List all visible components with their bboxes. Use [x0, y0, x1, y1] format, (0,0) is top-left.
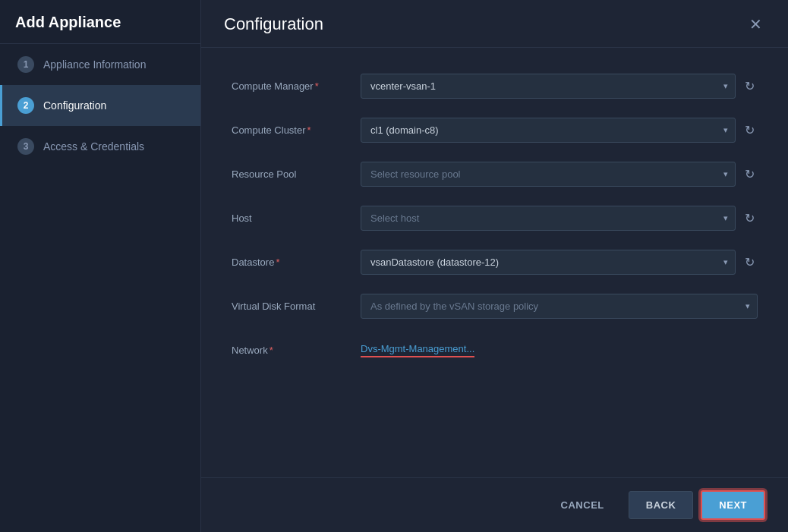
sidebar-item-appliance-information[interactable]: 1 Appliance Information: [0, 44, 200, 85]
compute-manager-select-wrapper: vcenter-vsan-1 ▾: [361, 74, 736, 99]
sidebar-item-label-2: Configuration: [43, 99, 106, 112]
host-control: Select host ▾ ↻: [361, 206, 758, 231]
virtual-disk-format-row: Virtual Disk Format As defined by the vS…: [232, 291, 758, 321]
network-link[interactable]: Dvs-Mgmt-Management...: [361, 343, 474, 357]
host-select-wrapper: Select host ▾: [361, 206, 736, 231]
datastore-row: Datastore* vsanDatastore (datastore-12) …: [232, 247, 758, 277]
host-row: Host Select host ▾ ↻: [232, 203, 758, 233]
compute-manager-select[interactable]: vcenter-vsan-1: [361, 74, 736, 99]
sidebar-item-configuration[interactable]: 2 Configuration: [0, 85, 200, 126]
host-label: Host: [232, 212, 361, 224]
compute-cluster-select-wrapper: cl1 (domain-c8) ▾: [361, 118, 736, 143]
resource-pool-row: Resource Pool Select resource pool ▾ ↻: [232, 159, 758, 189]
virtual-disk-format-select[interactable]: As defined by the vSAN storage policy: [361, 294, 758, 319]
sidebar-title: Add Appliance: [0, 0, 200, 44]
virtual-disk-format-label: Virtual Disk Format: [232, 301, 361, 312]
compute-cluster-row: Compute Cluster* cl1 (domain-c8) ▾ ↻: [232, 115, 758, 145]
datastore-control: vsanDatastore (datastore-12) ▾ ↻: [361, 250, 758, 275]
compute-manager-label: Compute Manager*: [232, 80, 361, 92]
modal-footer: CANCEL BACK NEXT: [201, 477, 788, 532]
host-refresh-button[interactable]: ↻: [742, 208, 758, 228]
datastore-refresh-button[interactable]: ↻: [742, 252, 758, 272]
virtual-disk-format-control: As defined by the vSAN storage policy ▾: [361, 294, 758, 319]
cancel-button[interactable]: CANCEL: [544, 492, 621, 518]
host-select[interactable]: Select host: [361, 206, 736, 231]
compute-cluster-label: Compute Cluster*: [232, 124, 361, 136]
network-row: Network* Dvs-Mgmt-Management...: [232, 335, 758, 365]
next-button[interactable]: NEXT: [701, 490, 765, 520]
sidebar: Add Appliance 1 Appliance Information 2 …: [0, 0, 201, 532]
network-control: Dvs-Mgmt-Management...: [361, 343, 758, 357]
resource-pool-control: Select resource pool ▾ ↻: [361, 162, 758, 187]
compute-cluster-refresh-button[interactable]: ↻: [742, 120, 758, 140]
resource-pool-select[interactable]: Select resource pool: [361, 162, 736, 187]
compute-manager-row: Compute Manager* vcenter-vsan-1 ▾ ↻: [232, 71, 758, 101]
page-title: Configuration: [224, 14, 323, 34]
add-appliance-modal: Add Appliance 1 Appliance Information 2 …: [0, 0, 788, 532]
compute-manager-refresh-button[interactable]: ↻: [742, 76, 758, 96]
datastore-select-wrapper: vsanDatastore (datastore-12) ▾: [361, 250, 736, 275]
step-number-3: 3: [17, 138, 34, 155]
back-button[interactable]: BACK: [629, 491, 694, 519]
datastore-label: Datastore*: [232, 257, 361, 268]
compute-cluster-select[interactable]: cl1 (domain-c8): [361, 118, 736, 143]
resource-pool-select-wrapper: Select resource pool ▾: [361, 162, 736, 187]
form-area: Compute Manager* vcenter-vsan-1 ▾ ↻: [201, 48, 788, 477]
modal-body: Add Appliance 1 Appliance Information 2 …: [0, 0, 788, 532]
compute-cluster-control: cl1 (domain-c8) ▾ ↻: [361, 118, 758, 143]
resource-pool-refresh-button[interactable]: ↻: [742, 164, 758, 184]
step-number-2: 2: [17, 97, 34, 114]
virtual-disk-format-select-wrapper: As defined by the vSAN storage policy ▾: [361, 294, 758, 319]
main-header: Configuration ✕: [201, 0, 788, 48]
network-label: Network*: [232, 345, 361, 356]
compute-manager-control: vcenter-vsan-1 ▾ ↻: [361, 74, 758, 99]
main-content: Configuration ✕ Compute Manager* vcenter…: [201, 0, 788, 532]
close-button[interactable]: ✕: [746, 14, 765, 35]
sidebar-item-access-credentials[interactable]: 3 Access & Credentials: [0, 126, 200, 167]
datastore-select[interactable]: vsanDatastore (datastore-12): [361, 250, 736, 275]
resource-pool-label: Resource Pool: [232, 168, 361, 180]
sidebar-item-label-3: Access & Credentials: [43, 140, 144, 153]
sidebar-item-label-1: Appliance Information: [43, 58, 146, 71]
step-number-1: 1: [17, 56, 34, 73]
